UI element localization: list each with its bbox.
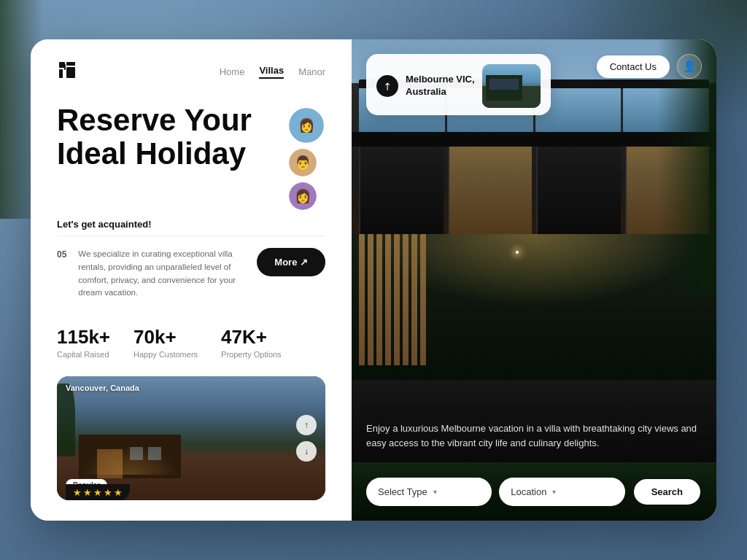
- stat-capital-value: 115k+: [57, 326, 110, 349]
- left-panel: Home Villas Manor Reserve Your Ideal Hol…: [31, 39, 352, 521]
- property-prev-button[interactable]: ↑: [296, 415, 317, 435]
- star-4: ★: [104, 487, 112, 498]
- star-3: ★: [93, 487, 102, 498]
- property-next-button[interactable]: ↓: [296, 441, 317, 462]
- melbourne-arrow-button[interactable]: ↗: [372, 71, 403, 101]
- avatar-3: 👩: [287, 181, 318, 211]
- nav-manor[interactable]: Manor: [298, 66, 325, 77]
- mid-panel-2: [448, 147, 533, 234]
- select-type-label: Select Type: [378, 486, 427, 497]
- melbourne-info: Melbourne VIC, Australia: [406, 74, 475, 98]
- more-button[interactable]: More ↗: [257, 248, 325, 276]
- right-panel: ↗ Melbourne VIC, Australia Contact Us 👤: [352, 39, 716, 521]
- star-2: ★: [83, 487, 92, 498]
- stats-row: 115k+ Capital Raised 70k+ Happy Customer…: [57, 326, 325, 359]
- select-type-button[interactable]: Select Type ▾: [366, 478, 492, 506]
- ceiling-light: [516, 251, 519, 254]
- navigation: Home Villas Manor: [57, 60, 325, 83]
- avatar-2: 👨: [287, 147, 318, 178]
- avatar-stack: 👩 👨 👩: [287, 106, 325, 211]
- avatar-img-2: 👨: [289, 149, 317, 176]
- star-5: ★: [114, 487, 123, 498]
- nav-links: Home Villas Manor: [220, 65, 325, 79]
- description-text: We specialize in curating exceptional vi…: [78, 248, 245, 300]
- select-type-chevron-icon: ▾: [433, 488, 437, 496]
- stars-row: ★ ★ ★ ★ ★: [66, 484, 130, 500]
- location-label: Location: [511, 486, 546, 497]
- avatar-img-1: 👩: [289, 108, 324, 143]
- contact-button[interactable]: Contact Us: [597, 55, 670, 78]
- svg-rect-4: [64, 64, 66, 70]
- stat-capital: 115k+ Capital Raised: [57, 326, 110, 359]
- wood-slats: [359, 234, 432, 365]
- header-right: Contact Us 👤: [597, 54, 702, 79]
- stat-capital-label: Capital Raised: [57, 350, 110, 359]
- star-1: ★: [73, 487, 82, 498]
- svg-rect-2: [66, 62, 75, 66]
- avatar-1: 👩: [287, 106, 325, 144]
- stat-customers-value: 70k+: [133, 326, 198, 349]
- user-icon-button[interactable]: 👤: [677, 54, 702, 79]
- location-chevron-icon: ▾: [552, 488, 556, 496]
- melbourne-thumbnail: [482, 64, 541, 108]
- stat-properties-label: Property Options: [221, 350, 282, 359]
- user-icon: 👤: [683, 60, 697, 73]
- melbourne-city: Melbourne VIC,: [406, 74, 475, 86]
- stat-customers-label: Happy Customers: [133, 350, 198, 359]
- bottom-description-area: Enjoy a luxurious Melbourne vacation in …: [366, 421, 702, 462]
- tagline: Let's get acquainted!: [57, 219, 325, 236]
- location-button[interactable]: Location ▾: [499, 478, 624, 506]
- stat-properties-value: 47K+: [221, 326, 282, 349]
- nav-villas[interactable]: Villas: [259, 65, 284, 79]
- bottom-description-text: Enjoy a luxurious Melbourne vacation in …: [366, 421, 702, 451]
- svg-rect-1: [59, 69, 63, 78]
- mid-panel-3: [536, 147, 621, 234]
- mid-panel-1: [359, 147, 444, 234]
- svg-rect-3: [66, 67, 75, 78]
- melbourne-house-image: [482, 64, 541, 108]
- melbourne-card: ↗ Melbourne VIC, Australia: [366, 54, 551, 115]
- property-card[interactable]: Vancouver, Canada ↑ ↓ Popular ★: [57, 376, 325, 500]
- melbourne-country: Australia: [406, 86, 475, 98]
- avatar-img-3: 👩: [289, 182, 317, 210]
- hero-title: Reserve Your Ideal Holiday: [57, 104, 279, 171]
- search-bar: Select Type ▾ Location ▾ Search: [366, 478, 702, 506]
- stat-properties: 47K+ Property Options: [221, 326, 282, 359]
- svg-rect-0: [59, 62, 65, 68]
- hero-section: Reserve Your Ideal Holiday 👩 👨 👩: [57, 104, 325, 211]
- nav-home[interactable]: Home: [220, 66, 245, 77]
- step-number: 05: [57, 249, 66, 260]
- description-row: 05 We specialize in curating exceptional…: [57, 248, 325, 300]
- logo[interactable]: [57, 60, 77, 83]
- search-button[interactable]: Search: [632, 478, 702, 506]
- stat-customers: 70k+ Happy Customers: [133, 326, 198, 359]
- property-navigation: ↑ ↓: [296, 415, 317, 462]
- middle-section: [359, 147, 709, 234]
- property-location: Vancouver, Canada: [66, 384, 139, 392]
- main-card: Home Villas Manor Reserve Your Ideal Hol…: [31, 39, 716, 521]
